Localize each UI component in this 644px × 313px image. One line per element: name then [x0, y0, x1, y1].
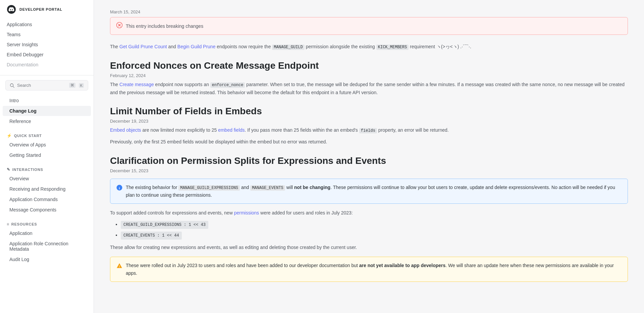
link-create-message[interactable]: Create message [119, 82, 154, 87]
sidebar-item-embed-debugger[interactable]: Embed Debugger [0, 50, 94, 60]
date-dec-19-2023: December 19, 2023 [110, 119, 628, 124]
sidebar-item-receiving-responding[interactable]: Receiving and Responding [3, 184, 91, 194]
section-permission-splits: Clarification on Permission Splits for E… [110, 155, 628, 282]
alert-breaking-changes: This entry includes breaking changes [110, 17, 628, 35]
sidebar-item-app-commands[interactable]: Application Commands [3, 194, 91, 204]
code-create-guild-expressions: CREATE_GUILD_EXPRESSIONS : 1 << 43 [121, 221, 208, 229]
code-manage-guild: MANAGE_GUILD [272, 45, 304, 50]
interactions-icon: ✎ [7, 167, 10, 172]
section-march-2024: March 15, 2024 This entry includes break… [110, 9, 628, 51]
sidebar-item-reference[interactable]: Reference [3, 116, 91, 126]
info-alert-text: The existing behavior for MANAGE_GUILD_E… [126, 184, 622, 199]
embed-fields-body-text-2: Previously, only the first 25 embed fiel… [110, 138, 628, 146]
alert-breaking-text: This entry includes breaking changes [126, 23, 203, 29]
sidebar-item-teams[interactable]: Teams [0, 29, 94, 40]
bullet-create-events: CREATE_EVENTS : 1 << 44 [121, 232, 628, 240]
sidebar-interactions-section: ✎ INTERACTIONS Overview Receiving and Re… [0, 162, 94, 216]
alert-warning-not-available: ! These were rolled out in July 2023 to … [110, 257, 628, 282]
sidebar-item-change-log[interactable]: Change Log [3, 106, 91, 116]
bold-not-yet-available: are not yet available to app developers [359, 263, 446, 268]
sidebar-item-getting-started[interactable]: Getting Started [3, 150, 91, 160]
sidebar-item-intro[interactable]: Intro [3, 96, 91, 106]
link-permissions[interactable]: permissions [234, 210, 259, 215]
code-kick-members: KICK_MEMBERS [376, 45, 409, 50]
svg-line-2 [13, 86, 14, 87]
sidebar-logo: DEVELOPER PORTAL [0, 0, 94, 18]
svg-text:!: ! [119, 265, 120, 268]
code-enforce-nonce: enforce_nonce [210, 82, 245, 88]
info-icon: i [116, 184, 122, 194]
search-shortcut-cmd: ⌘ [69, 83, 75, 88]
quick-start-header: ⚡ QUICK START [0, 129, 94, 139]
date-dec-15-2023: December 15, 2023 [110, 168, 628, 173]
permissions-bullet-list: CREATE_GUILD_EXPRESSIONS : 1 << 43 CREAT… [121, 221, 628, 240]
sidebar-item-app-role-metadata[interactable]: Application Role Connection Metadata [3, 239, 91, 254]
section-title-nonces: Enforced Nonces on Create Message Endpoi… [110, 60, 628, 71]
search-shortcut-k: K [79, 83, 84, 88]
resources-icon: ≡ [7, 222, 9, 227]
section-enforced-nonces: Enforced Nonces on Create Message Endpoi… [110, 60, 628, 97]
sidebar-item-audit-log[interactable]: Audit Log [3, 254, 91, 264]
section-limit-embed-fields: Limit Number of Fields in Embeds Decembe… [110, 106, 628, 146]
warning-icon: ! [116, 262, 122, 272]
sidebar: DEVELOPER PORTAL Applications Teams Serv… [0, 0, 94, 313]
bold-not-changing: not be changing [294, 185, 330, 190]
nonces-body-text: The Create message endpoint now supports… [110, 81, 628, 97]
svg-text:i: i [119, 186, 120, 190]
discord-logo-icon [7, 5, 16, 14]
sidebar-item-server-insights[interactable]: Server Insights [0, 40, 94, 50]
sidebar-top-nav: Applications Teams Server Insights Embed… [0, 18, 94, 75]
search-label: Search [17, 83, 66, 88]
search-icon [10, 83, 14, 88]
main-content: March 15, 2024 This entry includes break… [94, 0, 644, 313]
permission-body-text: To support added controls for expression… [110, 209, 628, 217]
bullet-create-guild-expressions: CREATE_GUILD_EXPRESSIONS : 1 << 43 [121, 221, 628, 229]
date-feb-2024: February 12, 2024 [110, 73, 628, 78]
code-manage-events: MANAGE_EVENTS [250, 185, 285, 191]
warning-alert-text: These were rolled out in July 2023 to us… [126, 262, 622, 277]
link-embed-objects[interactable]: Embed objects [110, 127, 141, 133]
sidebar-item-application[interactable]: Application [3, 228, 91, 238]
interactions-header: ✎ INTERACTIONS [0, 163, 94, 173]
quick-start-icon: ⚡ [7, 133, 12, 138]
error-icon [116, 22, 122, 30]
sidebar-resources-section: ≡ RESOURCES Application Application Role… [0, 216, 94, 266]
code-fields: fields [359, 128, 377, 133]
date-march-2024: March 15, 2024 [110, 9, 628, 14]
section-title-embed-fields: Limit Number of Fields in Embeds [110, 106, 628, 117]
link-get-guild-prune-count[interactable]: Get Guild Prune Count [119, 44, 167, 49]
sidebar-item-applications[interactable]: Applications [0, 19, 94, 29]
section-title-permissions: Clarification on Permission Splits for E… [110, 155, 628, 166]
sidebar-item-message-components[interactable]: Message Components [3, 205, 91, 215]
code-create-events: CREATE_EVENTS : 1 << 44 [121, 232, 182, 240]
sidebar-item-overview[interactable]: Overview [3, 174, 91, 184]
sidebar-item-documentation[interactable]: Documentation [0, 60, 94, 70]
search-box[interactable]: Search ⌘ K [5, 80, 88, 90]
sidebar-item-overview-apps[interactable]: Overview of Apps [3, 140, 91, 150]
march-body-text: The Get Guild Prune Count and Begin Guil… [110, 43, 628, 51]
code-manage-guild-expressions: MANAGE_GUILD_EXPRESSIONS [178, 185, 240, 191]
link-begin-guild-prune[interactable]: Begin Guild Prune [177, 44, 216, 49]
permission-body-text-3: These allow for creating new expressions… [110, 244, 628, 251]
sidebar-main-nav: Intro Change Log Reference [0, 94, 94, 128]
embed-fields-body-text: Embed objects are now limited more expli… [110, 126, 628, 134]
link-embed-fields[interactable]: embed fields [218, 127, 245, 133]
resources-header: ≡ RESOURCES [0, 218, 94, 228]
sidebar-quick-start-section: ⚡ QUICK START Overview of Apps Getting S… [0, 128, 94, 162]
portal-title: DEVELOPER PORTAL [19, 7, 62, 11]
alert-info-manage-permissions: i The existing behavior for MANAGE_GUILD… [110, 179, 628, 204]
